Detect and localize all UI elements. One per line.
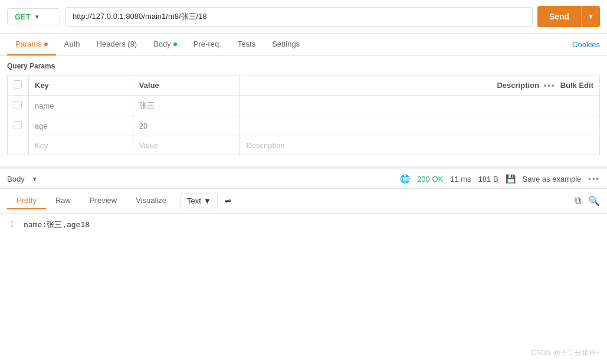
- text-format-label: Text: [187, 196, 201, 205]
- send-dropdown-button[interactable]: ▼: [582, 8, 600, 25]
- row2-desc[interactable]: [240, 116, 600, 136]
- body-dot: [173, 42, 177, 46]
- tab-auth-label: Auth: [64, 40, 80, 48]
- tabs-bar: Params Auth Headers (9) Body Pre-req. Te…: [0, 34, 607, 56]
- response-section: Body ▼ 🌐 200 OK 11 ms 181 B 💾 Save as ex…: [0, 166, 607, 236]
- globe-icon: 🌐: [400, 174, 410, 183]
- resp-tab-raw[interactable]: Raw: [46, 192, 80, 209]
- tab-params-label: Params: [15, 40, 42, 48]
- tab-tests-label: Tests: [238, 40, 255, 48]
- params-table: Key Value Description ••• Bulk Edit name…: [7, 75, 600, 155]
- checkbox-all-col: [8, 76, 29, 96]
- tab-prereq[interactable]: Pre-req.: [185, 34, 229, 55]
- copy-icon[interactable]: ⧉: [575, 195, 581, 206]
- row1-checkbox[interactable]: [14, 101, 22, 109]
- response-tabs-bar: Pretty Raw Preview Visualize Text ▼ ⇌ ⧉ …: [0, 189, 607, 214]
- response-size: 181 B: [478, 175, 498, 183]
- table-row-empty: Key Value Description: [8, 136, 600, 155]
- text-format-chevron-icon: ▼: [204, 196, 211, 205]
- row2-checkbox-cell: [8, 116, 29, 136]
- row2-value[interactable]: 20: [133, 116, 240, 136]
- code-line-1: 1 name:张三,age18: [0, 219, 607, 230]
- row1-value[interactable]: 张三: [133, 96, 240, 116]
- line-number-1: 1: [0, 219, 24, 228]
- url-bar: GET ▼ Send ▼: [0, 0, 607, 34]
- send-button[interactable]: Send: [537, 7, 581, 26]
- cookies-link[interactable]: Cookies: [572, 40, 600, 49]
- tab-params[interactable]: Params: [7, 34, 56, 55]
- response-body-label: Body: [7, 175, 25, 183]
- row2-checkbox[interactable]: [14, 121, 22, 129]
- save-icon: 💾: [506, 174, 516, 183]
- tab-settings[interactable]: Settings: [264, 34, 308, 55]
- tab-body[interactable]: Body: [145, 34, 185, 55]
- query-params-title: Query Params: [7, 62, 600, 70]
- row1-checkbox-cell: [8, 96, 29, 116]
- query-params-section: Query Params Key Value Description ••• B…: [0, 56, 607, 155]
- tab-settings-label: Settings: [272, 40, 300, 48]
- tab-auth[interactable]: Auth: [56, 34, 88, 55]
- table-row: name 张三: [8, 96, 600, 116]
- save-example-button[interactable]: Save as example: [523, 175, 582, 183]
- tab-prereq-label: Pre-req.: [193, 40, 221, 48]
- params-dot: [44, 42, 48, 46]
- watermark: CSDN @十二分精神~: [531, 348, 600, 358]
- text-format-dropdown[interactable]: Text ▼: [181, 194, 218, 208]
- response-time: 11 ms: [450, 175, 471, 183]
- row2-key[interactable]: age: [29, 116, 133, 136]
- send-button-group: Send ▼: [537, 6, 600, 27]
- method-select[interactable]: GET ▼: [7, 8, 60, 25]
- resp-actions: ⧉ 🔍: [575, 195, 600, 206]
- resp-tab-preview[interactable]: Preview: [80, 192, 126, 209]
- checkbox-all[interactable]: [14, 80, 22, 88]
- method-label: GET: [15, 12, 31, 21]
- description-header-label: Description: [497, 81, 539, 90]
- response-more-icon[interactable]: •••: [588, 175, 600, 183]
- row3-value-placeholder[interactable]: Value: [133, 136, 240, 155]
- row3-key-placeholder[interactable]: Key: [29, 136, 133, 155]
- url-input[interactable]: [65, 7, 533, 27]
- row1-desc[interactable]: [240, 96, 600, 116]
- response-header: Body ▼ 🌐 200 OK 11 ms 181 B 💾 Save as ex…: [0, 169, 607, 189]
- tab-body-label: Body: [153, 40, 171, 48]
- col-key-header: Key: [29, 76, 133, 96]
- tab-headers[interactable]: Headers (9): [88, 34, 146, 55]
- method-chevron-icon: ▼: [34, 14, 40, 20]
- search-icon[interactable]: 🔍: [588, 195, 600, 206]
- col-value-header: Value: [133, 76, 240, 96]
- status-code: 200 OK: [417, 175, 443, 183]
- wrap-icon[interactable]: ⇌: [225, 196, 231, 205]
- col-desc-header: Description ••• Bulk Edit: [240, 76, 600, 96]
- bulk-edit-dots-icon[interactable]: •••: [544, 81, 556, 90]
- bulk-edit-label[interactable]: Bulk Edit: [560, 81, 593, 90]
- tab-headers-label: Headers (9): [97, 40, 137, 48]
- body-chevron-icon[interactable]: ▼: [32, 176, 38, 182]
- row1-key[interactable]: name: [29, 96, 133, 116]
- row3-desc-placeholder[interactable]: Description: [240, 136, 600, 155]
- resp-tab-visualize[interactable]: Visualize: [126, 192, 176, 209]
- tab-tests[interactable]: Tests: [229, 34, 264, 55]
- code-content-1: name:张三,age18: [24, 219, 90, 230]
- code-area: 1 name:张三,age18: [0, 214, 607, 236]
- resp-tab-pretty[interactable]: Pretty: [7, 192, 46, 209]
- table-row: age 20: [8, 116, 600, 136]
- row3-checkbox-cell: [8, 136, 29, 155]
